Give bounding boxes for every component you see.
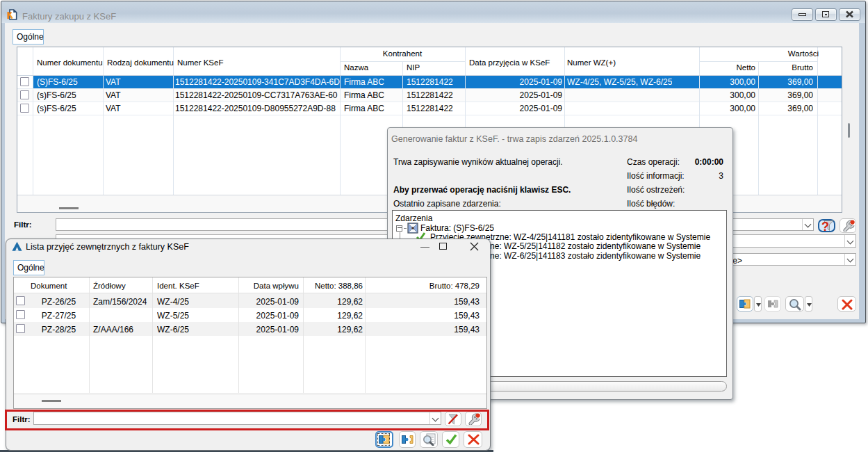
svg-text:?: ? [821, 220, 829, 231]
